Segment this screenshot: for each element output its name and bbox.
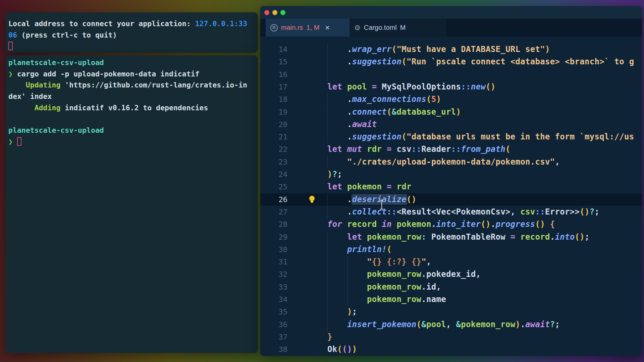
code-token: , (426, 257, 431, 266)
code-line[interactable]: 23 "./crates/upload-pokemon-data/pokemon… (260, 156, 642, 168)
code-line[interactable]: 29 let pokemon_row: PokemonTableRow = re… (260, 231, 642, 243)
code-token: . (308, 132, 352, 141)
code-line[interactable]: 37 } (260, 331, 642, 343)
code-text: "./crates/upload-pokemon-data/pokemon.cs… (308, 156, 560, 168)
line-number: 20 (260, 118, 287, 131)
desktop: { "palette": { "desktop_left":"#481621",… (0, 0, 644, 362)
line-number: 21 (260, 131, 287, 143)
terminal-text: 'https://github.com/rust-lang/crates.io-… (60, 81, 247, 89)
code-line[interactable]: 35 ); (260, 306, 642, 318)
code-token: , (446, 320, 456, 329)
code-line[interactable]: 24 )?; (260, 168, 642, 181)
code-text: .suggestion("database urls must be in th… (308, 131, 634, 143)
code-line[interactable]: 36 insert_pokemon(&pool, &pokemon_row).a… (260, 318, 642, 331)
code-text: for record in pokemon.into_iter().progre… (308, 218, 555, 231)
tab-cargo-toml[interactable]: ⚙ Cargo.toml M (350, 19, 446, 37)
code-text: pokemon_row.pokedex_id, (308, 268, 481, 281)
line-number: 23 (260, 156, 287, 168)
terminal-pane-top[interactable]: Local address to connect your applicatio… (6, 12, 258, 53)
code-token: 5 (431, 95, 436, 104)
terminal-line: Local address to connect your applicatio… (8, 18, 255, 29)
zoom-window-button[interactable] (280, 10, 285, 15)
code-token (382, 257, 387, 266)
code-token: wrap_err (352, 45, 392, 54)
code-token: = (387, 182, 397, 191)
code-token (308, 144, 327, 154)
code-token (308, 157, 347, 167)
code-token (308, 182, 327, 191)
tab-main-rs[interactable]: R main.rs 1, M ✕ (266, 19, 350, 37)
code-token: await (525, 320, 550, 329)
terminal-line (8, 41, 255, 52)
code-token: ( (387, 107, 392, 117)
line-number: 26 (260, 193, 287, 206)
code-token: : (421, 232, 426, 242)
code-line[interactable]: 16 (260, 68, 642, 81)
code-token: Ok (327, 345, 337, 354)
code-token (308, 320, 347, 329)
lightbulb-icon[interactable] (309, 196, 315, 201)
terminal-text: planetscale-csv-upload (8, 126, 104, 134)
terminal-line: planetscale-csv-upload (8, 57, 255, 68)
code-line[interactable]: 38 Ok(()) (260, 343, 642, 356)
terminal-text: planetscale-csv-upload (8, 58, 104, 67)
code-token: <Result<Vec<PokemonCsv>, (397, 207, 521, 217)
terminal-line: dex' index (8, 91, 255, 102)
code-line[interactable]: 14 .wrap_err("Must have a DATABASE_URL s… (260, 43, 642, 56)
code-line[interactable]: 17 let pool = MySqlPoolOptions::new() (260, 81, 642, 93)
code-token: PokemonTableRow (426, 232, 511, 242)
code-token: let (327, 82, 347, 92)
line-number: 37 (260, 331, 287, 343)
terminal-text (8, 81, 26, 89)
code-token: pokemon_row (367, 269, 421, 279)
window-titlebar (260, 6, 642, 19)
code-line[interactable]: 25 let pokemon = rdr (260, 181, 642, 193)
code-token: () (407, 195, 417, 204)
code-token: ; (594, 207, 599, 217)
terminal-pane-bottom[interactable]: planetscale-csv-upload❯ cargo add -p upl… (6, 55, 258, 353)
code-line[interactable]: 28 for record in pokemon.into_iter().pro… (260, 218, 642, 231)
code-line[interactable]: 20 .await (260, 118, 642, 131)
code-line[interactable]: 34 pokemon_row.name (260, 293, 642, 306)
code-token: let (327, 182, 347, 191)
code-token (308, 82, 327, 92)
code-line[interactable]: 30 println!( (260, 243, 642, 256)
code-token: ( (417, 320, 422, 329)
code-token: , (476, 269, 481, 279)
code-token: progress (496, 220, 535, 229)
close-tab-icon[interactable]: ✕ (325, 24, 330, 32)
code-token: ) (516, 320, 521, 329)
minimize-window-button[interactable] (272, 10, 277, 15)
code-line[interactable]: 19 .connect(&database_url) (260, 106, 642, 118)
code-token: Error>> (545, 207, 580, 217)
code-line[interactable]: 32 pokemon_row.pokedex_id, (260, 268, 642, 281)
code-line[interactable]: 26 .deserialize() (260, 193, 642, 206)
line-number: 36 (260, 318, 287, 331)
code-token: () (535, 220, 545, 229)
code-token (308, 295, 367, 304)
code-token: "Run `pscale connect <database> <branch>… (407, 57, 634, 66)
code-token: rdr (367, 144, 387, 154)
code-area[interactable]: 14 .wrap_err("Must have a DATABASE_URL s… (260, 37, 642, 356)
code-token: { (545, 220, 555, 229)
close-window-button[interactable] (264, 10, 269, 15)
code-line[interactable]: 22 let mut rdr = csv::Reader::from_path( (260, 143, 642, 156)
code-token: :: (461, 82, 471, 92)
terminal-text: 06 (8, 31, 17, 39)
code-token: suggestion (352, 132, 402, 141)
code-token: () (342, 345, 352, 354)
tab-label: main.rs (281, 24, 303, 32)
line-number: 35 (260, 306, 287, 318)
code-line[interactable]: 33 pokemon_row.id, (260, 281, 642, 293)
code-line[interactable]: 27 .collect::<Result<Vec<PokemonCsv>, cs… (260, 206, 642, 218)
code-token: . (308, 107, 352, 117)
code-token: in (382, 220, 396, 229)
code-token: suggestion (352, 57, 402, 66)
code-line[interactable]: 21 .suggestion("database urls must be in… (260, 131, 642, 143)
code-token (308, 232, 347, 242)
code-token: () (481, 220, 491, 229)
terminal-text: 127.0.0.1:33 (195, 19, 247, 28)
code-line[interactable]: 15 .suggestion("Run `pscale connect <dat… (260, 56, 642, 68)
code-line[interactable]: 18 .max_connections(5) (260, 93, 642, 106)
code-line[interactable]: 31 "{} {:?} {}", (260, 256, 642, 268)
